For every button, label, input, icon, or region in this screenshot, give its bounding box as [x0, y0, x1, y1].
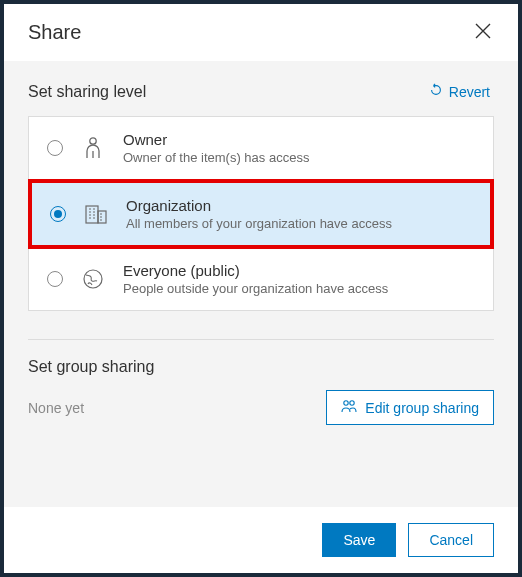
owner-icon — [79, 136, 107, 160]
owner-text: Owner Owner of the item(s) has access — [123, 131, 309, 165]
sharing-option-organization[interactable]: Organization All members of your organiz… — [28, 179, 494, 249]
sharing-level-options: Owner Owner of the item(s) has access Or… — [28, 116, 494, 311]
section-divider — [28, 339, 494, 340]
globe-icon — [79, 268, 107, 290]
public-title: Everyone (public) — [123, 262, 388, 279]
group-none-label: None yet — [28, 400, 84, 416]
dialog-body: Set sharing level Revert Owner Owner of … — [4, 61, 518, 507]
svg-point-5 — [350, 401, 354, 405]
organization-desc: All members of your organization have ac… — [126, 216, 392, 231]
share-dialog: Share Set sharing level Revert — [4, 4, 518, 573]
owner-title: Owner — [123, 131, 309, 148]
svg-point-0 — [90, 138, 96, 144]
sharing-option-owner[interactable]: Owner Owner of the item(s) has access — [29, 117, 493, 180]
svg-point-3 — [84, 270, 102, 288]
radio-public[interactable] — [47, 271, 63, 287]
radio-owner[interactable] — [47, 140, 63, 156]
dialog-header: Share — [4, 4, 518, 61]
revert-icon — [429, 83, 443, 100]
group-icon — [341, 399, 357, 416]
save-button[interactable]: Save — [322, 523, 396, 557]
svg-rect-1 — [86, 206, 98, 223]
revert-button[interactable]: Revert — [425, 81, 494, 102]
sharing-level-title: Set sharing level — [28, 83, 146, 101]
edit-group-sharing-button[interactable]: Edit group sharing — [326, 390, 494, 425]
group-sharing-row: None yet Edit group sharing — [28, 390, 494, 425]
edit-group-label: Edit group sharing — [365, 400, 479, 416]
sharing-level-header: Set sharing level Revert — [28, 81, 494, 102]
revert-label: Revert — [449, 84, 490, 100]
organization-text: Organization All members of your organiz… — [126, 197, 392, 231]
dialog-footer: Save Cancel — [4, 507, 518, 573]
close-icon — [474, 28, 492, 43]
cancel-button[interactable]: Cancel — [408, 523, 494, 557]
radio-organization[interactable] — [50, 206, 66, 222]
organization-title: Organization — [126, 197, 392, 214]
dialog-title: Share — [28, 21, 81, 44]
public-desc: People outside your organization have ac… — [123, 281, 388, 296]
public-text: Everyone (public) People outside your or… — [123, 262, 388, 296]
close-button[interactable] — [470, 18, 496, 47]
organization-icon — [82, 203, 110, 225]
group-sharing-title: Set group sharing — [28, 358, 494, 376]
sharing-option-public[interactable]: Everyone (public) People outside your or… — [29, 248, 493, 310]
svg-point-4 — [344, 401, 348, 405]
owner-desc: Owner of the item(s) has access — [123, 150, 309, 165]
